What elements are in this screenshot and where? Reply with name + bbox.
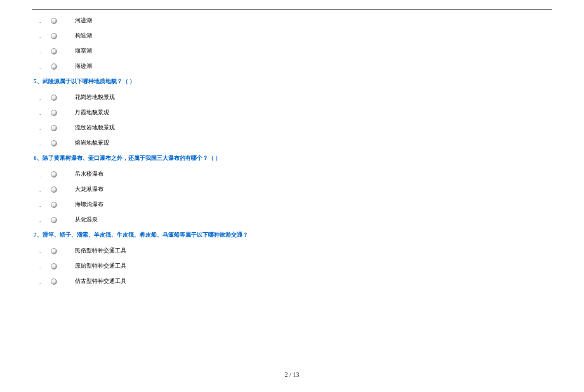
radio-wrap <box>51 202 70 208</box>
radio-icon[interactable] <box>51 18 57 24</box>
question-6-header: 6、除了黄果树瀑布、壶口瀑布之外，还属于我国三大瀑布的有哪个？（ ） <box>34 154 552 162</box>
radio-wrap <box>51 278 70 285</box>
question-7-header: 7、滑竿、轿子、溜索、羊皮筏、牛皮筏、桦皮船、乌篷船等属于以下哪种旅游交通？ <box>34 231 552 239</box>
bullet: . <box>39 140 51 147</box>
radio-wrap <box>51 140 70 147</box>
bullet: . <box>39 202 51 208</box>
radio-icon[interactable] <box>51 186 57 193</box>
option-text: 民俗型特种交通工具 <box>70 247 126 255</box>
option-row: . 海螺沟瀑布 <box>32 200 552 209</box>
option-row: . 民俗型特种交通工具 <box>32 247 552 255</box>
radio-icon[interactable] <box>51 125 57 131</box>
radio-wrap <box>51 110 70 116</box>
radio-wrap <box>51 48 70 55</box>
page-footer: 2 / 13 <box>0 371 584 378</box>
option-row: . 从化温泉 <box>32 216 552 224</box>
radio-icon[interactable] <box>51 202 57 208</box>
option-row: . 原始型特种交通工具 <box>32 262 552 270</box>
radio-icon[interactable] <box>51 248 57 254</box>
question-6-options: . 吊水楼瀑布 . 大龙湫瀑布 . 海螺沟瀑布 . 从化温泉 <box>32 170 552 224</box>
bullet: . <box>39 171 51 178</box>
option-text: 仿古型特种交通工具 <box>70 277 126 285</box>
radio-wrap <box>51 186 70 193</box>
option-row: . 流纹岩地貌景观 <box>32 124 552 132</box>
option-text: 大龙湫瀑布 <box>70 185 103 193</box>
option-text: 从化温泉 <box>70 216 98 224</box>
option-row: . 堰塞湖 <box>32 47 552 55</box>
radio-icon[interactable] <box>51 33 57 39</box>
bullet: . <box>39 186 51 193</box>
option-row: . 花岗岩地貌景观 <box>32 93 552 101</box>
radio-icon[interactable] <box>51 263 57 270</box>
bullet: . <box>39 48 51 55</box>
option-text: 构造湖 <box>70 32 92 40</box>
option-text: 花岗岩地貌景观 <box>70 93 115 101</box>
page-total: 13 <box>293 371 299 378</box>
bullet: . <box>39 110 51 116</box>
radio-wrap <box>51 18 70 24</box>
option-text: 河迹湖 <box>70 16 92 25</box>
radio-wrap <box>51 263 70 270</box>
option-row: . 吊水楼瀑布 <box>32 170 552 178</box>
radio-wrap <box>51 217 70 223</box>
bullet: . <box>39 95 51 101</box>
bullet: . <box>39 63 51 70</box>
option-row: . 海迹湖 <box>32 62 552 70</box>
option-row: . 仿古型特种交通工具 <box>32 277 552 285</box>
radio-icon[interactable] <box>51 95 57 101</box>
radio-wrap <box>51 95 70 101</box>
bullet: . <box>39 278 51 285</box>
option-text: 海螺沟瀑布 <box>70 200 103 209</box>
radio-icon[interactable] <box>51 110 57 116</box>
option-text: 海迹湖 <box>70 62 92 70</box>
radio-icon[interactable] <box>51 217 57 223</box>
radio-icon[interactable] <box>51 278 57 285</box>
radio-wrap <box>51 33 70 39</box>
question-5-header: 5、武陵源属于以下哪种地质地貌？（ ） <box>34 77 552 86</box>
question-continued-options: . 河迹湖 . 构造湖 . 堰塞湖 . 海迹湖 <box>32 16 552 70</box>
option-text: 堰塞湖 <box>70 47 92 55</box>
question-7-options: . 民俗型特种交通工具 . 原始型特种交通工具 . 仿古型特种交通工具 <box>32 247 552 285</box>
option-text: 吊水楼瀑布 <box>70 170 103 178</box>
radio-icon[interactable] <box>51 171 57 178</box>
bullet: . <box>39 33 51 39</box>
option-text: 丹霞地貌景观 <box>70 108 109 117</box>
radio-icon[interactable] <box>51 63 57 70</box>
option-row: . 熔岩地貌景观 <box>32 139 552 147</box>
option-row: . 河迹湖 <box>32 16 552 25</box>
radio-wrap <box>51 248 70 254</box>
option-row: . 大龙湫瀑布 <box>32 185 552 193</box>
bullet: . <box>39 125 51 131</box>
option-row: . 丹霞地貌景观 <box>32 108 552 117</box>
option-text: 熔岩地貌景观 <box>70 139 109 147</box>
option-text: 流纹岩地貌景观 <box>70 124 115 132</box>
bullet: . <box>39 18 51 24</box>
radio-wrap <box>51 171 70 178</box>
bullet: . <box>39 217 51 223</box>
radio-icon[interactable] <box>51 48 57 55</box>
radio-icon[interactable] <box>51 140 57 147</box>
question-5-options: . 花岗岩地貌景观 . 丹霞地貌景观 . 流纹岩地貌景观 . 熔岩地貌景观 <box>32 93 552 147</box>
top-divider <box>32 10 552 10</box>
option-text: 原始型特种交通工具 <box>70 262 126 270</box>
radio-wrap <box>51 63 70 70</box>
bullet: . <box>39 263 51 270</box>
option-row: . 构造湖 <box>32 32 552 40</box>
radio-wrap <box>51 125 70 131</box>
bullet: . <box>39 248 51 254</box>
